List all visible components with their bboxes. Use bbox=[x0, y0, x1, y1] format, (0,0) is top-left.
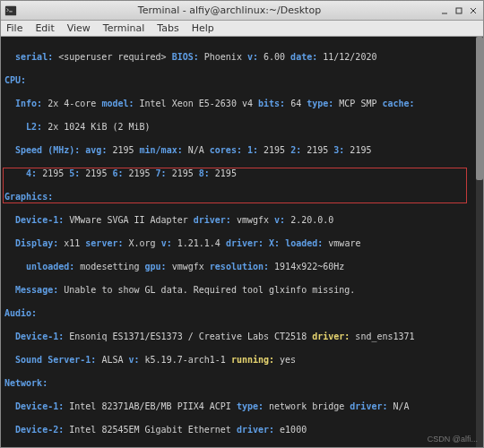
section-audio: Audio: bbox=[4, 308, 37, 318]
section-network: Network: bbox=[4, 378, 48, 388]
terminal-icon bbox=[4, 4, 17, 17]
menu-terminal[interactable]: Terminal bbox=[103, 22, 145, 34]
minimize-button[interactable] bbox=[438, 4, 451, 17]
section-cpu: CPU: bbox=[4, 75, 26, 85]
menu-file[interactable]: File bbox=[6, 22, 22, 34]
terminal-content[interactable]: serial: <superuser required> BIOS: Phoen… bbox=[1, 37, 483, 447]
menu-help[interactable]: Help bbox=[192, 22, 214, 34]
menubar: File Edit View Terminal Tabs Help bbox=[1, 21, 483, 37]
scrollbar[interactable] bbox=[476, 37, 483, 447]
menu-edit[interactable]: Edit bbox=[35, 22, 54, 34]
window-controls bbox=[438, 4, 480, 17]
menu-tabs[interactable]: Tabs bbox=[157, 22, 178, 34]
watermark: CSDN @alfi... bbox=[428, 434, 478, 445]
svg-rect-1 bbox=[456, 8, 462, 13]
maximize-button[interactable] bbox=[453, 4, 465, 17]
svg-rect-0 bbox=[5, 5, 16, 15]
window-title: Terminal - alfiy@archlinux:~/Desktop bbox=[21, 4, 438, 16]
close-button[interactable] bbox=[467, 4, 480, 17]
scrollbar-thumb[interactable] bbox=[476, 37, 483, 180]
terminal-window: Terminal - alfiy@archlinux:~/Desktop Fil… bbox=[0, 0, 484, 448]
label: serial: bbox=[4, 52, 53, 62]
menu-view[interactable]: View bbox=[67, 22, 91, 34]
section-graphics: Graphics: bbox=[4, 192, 53, 202]
titlebar[interactable]: Terminal - alfiy@archlinux:~/Desktop bbox=[1, 1, 483, 21]
